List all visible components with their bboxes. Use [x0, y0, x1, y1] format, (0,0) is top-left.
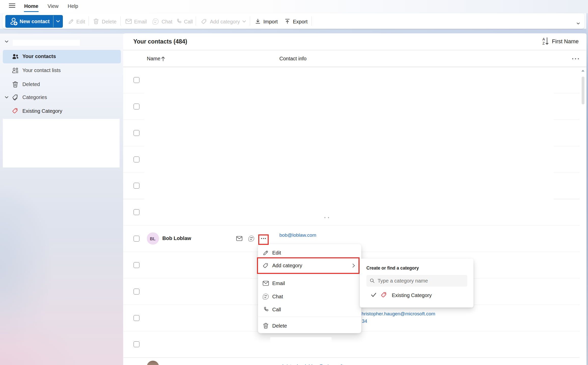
svg-text:A: A [542, 37, 545, 41]
svg-text:Z: Z [542, 41, 545, 45]
